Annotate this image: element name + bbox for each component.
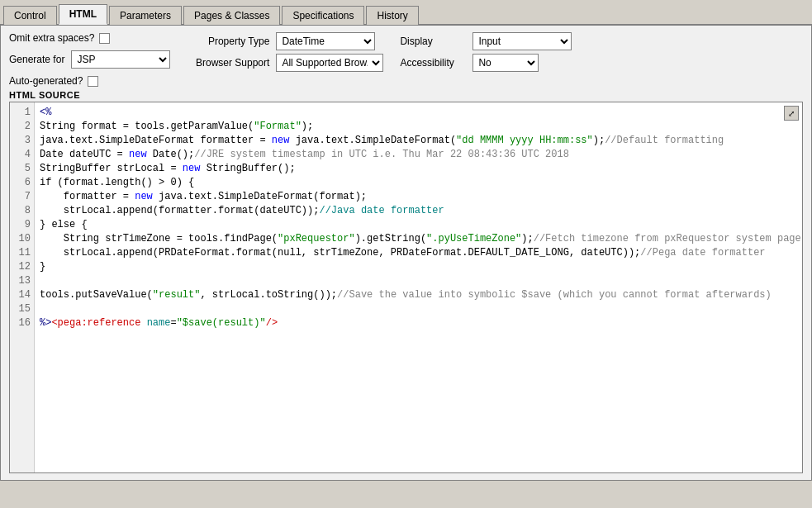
auto-checkbox[interactable] [88, 76, 98, 87]
omit-label: Omit extra spaces? [9, 32, 94, 44]
generate-group: Generate for JSP [9, 50, 170, 69]
auto-group: Auto-generated? [9, 75, 170, 87]
browser-support-row: Browser Support All Supported Brow... [187, 54, 383, 72]
code-line: tools.putSaveValue("result", strLocal.to… [40, 288, 797, 302]
code-line: <% [40, 106, 797, 120]
tab-bar: Control HTML Parameters Pages & Classes … [0, 0, 812, 26]
display-label: Display [400, 36, 466, 47]
code-line: if (format.length() > 0) { [40, 176, 797, 190]
code-line: String format = tools.getParamValue("For… [40, 120, 797, 134]
tab-control[interactable]: Control [3, 6, 57, 25]
html-source-label: HTML SOURCE [9, 90, 803, 100]
display-row: Display Input [400, 32, 572, 50]
browser-support-select[interactable]: All Supported Brow... [276, 54, 383, 72]
browser-support-label: Browser Support [187, 57, 269, 69]
code-line: strLocal.append(PRDateFormat.format(null… [40, 246, 797, 260]
omit-checkbox[interactable] [99, 33, 110, 44]
accessibility-row: Accessibility No [400, 54, 572, 72]
tab-pages-classes[interactable]: Pages & Classes [183, 6, 280, 25]
property-type-row: Property Type DateTime [187, 32, 383, 50]
code-line [40, 302, 797, 316]
generate-label: Generate for [9, 54, 64, 65]
right-col: Display Input Accessibility No [400, 32, 572, 72]
code-content[interactable]: <%String format = tools.getParamValue("F… [35, 102, 802, 472]
property-type-label: Property Type [187, 36, 269, 47]
auto-label: Auto-generated? [9, 75, 83, 87]
tab-history[interactable]: History [366, 6, 418, 25]
code-line: %><pega:reference name="$save(result)"/> [40, 316, 797, 330]
code-line: } else { [40, 218, 797, 232]
code-line: strLocal.append(formatter.format(dateUTC… [40, 204, 797, 218]
mid-col: Property Type DateTime Browser Support A… [187, 32, 383, 72]
tab-parameters[interactable]: Parameters [109, 6, 182, 25]
property-type-select[interactable]: DateTime [276, 32, 375, 50]
left-col: Omit extra spaces? Generate for JSP Auto… [9, 32, 170, 90]
code-line: Date dateUTC = new Date();//JRE system t… [40, 148, 797, 162]
code-line: StringBuffer strLocal = new StringBuffer… [40, 162, 797, 176]
tab-html[interactable]: HTML [59, 4, 107, 25]
generate-select[interactable]: JSP [71, 50, 170, 69]
code-line [40, 274, 797, 288]
top-controls: Omit extra spaces? Generate for JSP Auto… [9, 32, 803, 90]
code-editor: 12345678910111213141516 <%String format … [9, 102, 803, 473]
omit-group: Omit extra spaces? [9, 32, 170, 44]
display-select[interactable]: Input [472, 32, 572, 50]
line-numbers: 12345678910111213141516 [10, 102, 35, 472]
code-line: formatter = new java.text.SimpleDateForm… [40, 190, 797, 204]
code-line: String strTimeZone = tools.findPage("pxR… [40, 232, 797, 246]
code-line: java.text.SimpleDateFormat formatter = n… [40, 134, 797, 148]
tab-specifications[interactable]: Specifications [282, 6, 364, 25]
accessibility-select[interactable]: No [472, 54, 539, 72]
accessibility-label: Accessibility [400, 57, 466, 69]
expand-button[interactable]: ⤢ [784, 106, 799, 121]
code-line: } [40, 260, 797, 274]
main-panel: Omit extra spaces? Generate for JSP Auto… [0, 26, 812, 481]
